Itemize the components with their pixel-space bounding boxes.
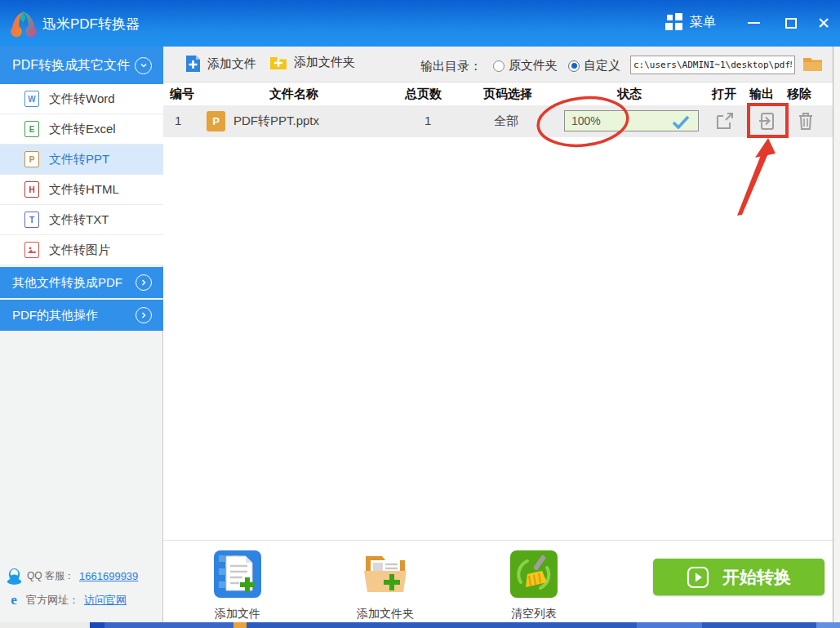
start-convert-label: 开始转换 <box>722 566 791 589</box>
maximize-icon <box>785 18 797 29</box>
row-page-range: 全部 <box>494 114 518 129</box>
radio-checked-icon <box>568 60 580 72</box>
col-status: 状态 <box>617 87 642 102</box>
menu-button[interactable]: 菜单 <box>665 13 716 31</box>
close-button[interactable]: ✕ <box>810 11 838 34</box>
chevron-down-icon <box>135 57 152 74</box>
sidebar-header-label: PDF转换成其它文件 <box>12 57 130 74</box>
remove-trash-icon[interactable] <box>797 111 815 131</box>
add-folder-action-label: 添加文件夹 <box>349 607 422 621</box>
sidebar-section-label: PDF的其他操作 <box>12 308 98 323</box>
clear-list-big-icon <box>509 550 558 599</box>
clear-list-action[interactable]: 清空列表 <box>497 550 571 621</box>
sidebar-item-word[interactable]: W 文件转Word <box>0 84 163 114</box>
sidebar-item-ppt[interactable]: P 文件转PPT <box>0 145 163 175</box>
sidebar-item-label: 文件转HTML <box>49 182 119 198</box>
add-folder-button[interactable]: 添加文件夹 <box>269 55 355 70</box>
open-file-icon[interactable] <box>715 111 735 131</box>
sidebar-item-label: 文件转PPT <box>49 152 109 167</box>
add-folder-action[interactable]: 添加文件夹 <box>349 550 422 621</box>
add-file-big-icon <box>213 550 262 599</box>
radio-custom-folder[interactable]: 自定义 <box>568 58 620 73</box>
row-total-pages: 1 <box>424 114 431 127</box>
start-convert-button[interactable]: 开始转换 <box>653 559 824 595</box>
add-folder-big-icon <box>361 550 410 599</box>
sidebar-section-other-to-pdf[interactable]: 其他文件转换成PDF <box>0 267 163 298</box>
radio-original-folder[interactable]: 原文件夹 <box>493 58 558 73</box>
table-row: 1 P PDF转PPT.pptx 1 全部 100% <box>163 105 833 137</box>
radio-original-label: 原文件夹 <box>509 58 558 73</box>
add-folder-icon <box>269 55 287 70</box>
qq-number-link[interactable]: 1661699939 <box>79 570 138 582</box>
ppt-file-badge-icon: P <box>207 111 225 131</box>
sidebar-header-pdf-to-other[interactable]: PDF转换成其它文件 <box>0 47 163 84</box>
sidebar-footer: QQ 客服： 1661699939 e 官方网址： 访问官网 <box>0 563 162 612</box>
col-pagerange: 页码选择 <box>483 87 532 102</box>
radio-unchecked-icon <box>493 60 504 72</box>
add-file-action-label: 添加文件 <box>201 607 274 621</box>
toolbar: 添加文件 添加文件夹 输出目录： 原文件夹 自定义 <box>163 47 833 82</box>
progress-label: 100% <box>571 114 601 127</box>
sidebar-item-html[interactable]: H 文件转HTML <box>0 175 163 205</box>
html-doc-icon: H <box>24 181 39 198</box>
add-file-action[interactable]: 添加文件 <box>201 550 274 621</box>
sidebar-item-image[interactable]: 文件转图片 <box>0 235 163 265</box>
col-pages: 总页数 <box>405 87 442 102</box>
txt-doc-icon: T <box>24 212 39 228</box>
background-window-strip <box>833 47 840 622</box>
table-header: 编号 文件名称 总页数 页码选择 状态 打开 输出 移除 <box>163 82 833 105</box>
progress-bar: 100% <box>564 110 699 131</box>
browse-folder-icon[interactable] <box>802 56 823 72</box>
menu-grid-icon <box>665 13 683 31</box>
ppt-doc-icon: P <box>24 151 39 167</box>
annotation-arrow-shaft <box>737 154 768 216</box>
excel-doc-icon: E <box>24 121 39 137</box>
app-logo-icon <box>7 7 39 39</box>
official-site-link[interactable]: 访问官网 <box>84 593 127 608</box>
col-remove: 移除 <box>787 87 811 102</box>
sidebar-item-txt[interactable]: T 文件转TXT <box>0 205 163 235</box>
open-output-folder-icon[interactable] <box>758 111 777 131</box>
add-file-icon <box>185 55 201 73</box>
output-path-input[interactable] <box>630 56 795 74</box>
word-doc-icon: W <box>24 91 39 107</box>
col-filename: 文件名称 <box>269 87 318 102</box>
qq-icon <box>7 568 22 585</box>
maximize-button[interactable] <box>777 11 805 34</box>
row-number: 1 <box>175 114 181 127</box>
col-number: 编号 <box>170 87 194 102</box>
progress-check-icon <box>672 115 690 129</box>
minimize-button[interactable] <box>740 11 767 34</box>
col-output: 输出 <box>749 87 774 102</box>
output-dir-label: 输出目录： <box>420 59 482 74</box>
app-title: 迅米PDF转换器 <box>42 15 140 33</box>
annotation-arrow-head <box>755 138 776 158</box>
browser-icon: e <box>7 593 21 608</box>
menu-label: 菜单 <box>690 14 716 31</box>
sidebar-section-label: 其他文件转换成PDF <box>12 275 122 291</box>
sidebar-item-label: 文件转图片 <box>49 243 110 258</box>
sidebar-section-pdf-other-ops[interactable]: PDF的其他操作 <box>0 300 163 331</box>
radio-custom-label: 自定义 <box>584 58 620 73</box>
col-open: 打开 <box>712 87 736 102</box>
image-doc-icon <box>24 242 39 258</box>
title-bar: 迅米PDF转换器 菜单 ✕ <box>0 0 840 47</box>
sidebar-item-label: 文件转Word <box>49 91 115 107</box>
sidebar-item-excel[interactable]: E 文件转Excel <box>0 114 163 145</box>
row-filename: PDF转PPT.pptx <box>233 114 319 129</box>
clear-list-action-label: 清空列表 <box>497 607 571 621</box>
bottom-panel: 添加文件 添加文件夹 清空列表 开始转换 <box>163 540 833 622</box>
add-file-button[interactable]: 添加文件 <box>185 55 256 73</box>
sidebar: PDF转换成其它文件 W 文件转Word E 文件转Excel P 文件转PPT… <box>0 47 163 622</box>
qq-service-label: QQ 客服： <box>27 569 74 583</box>
sidebar-item-label: 文件转TXT <box>49 212 109 228</box>
taskbar-sliver <box>0 622 840 628</box>
play-icon <box>687 566 709 589</box>
add-folder-label: 添加文件夹 <box>294 55 355 70</box>
add-file-label: 添加文件 <box>207 56 256 72</box>
sidebar-item-label: 文件转Excel <box>49 122 116 137</box>
minimize-icon <box>748 22 760 24</box>
chevron-right-icon <box>136 274 152 291</box>
close-icon: ✕ <box>817 14 830 33</box>
official-site-label: 官方网址： <box>26 593 79 608</box>
